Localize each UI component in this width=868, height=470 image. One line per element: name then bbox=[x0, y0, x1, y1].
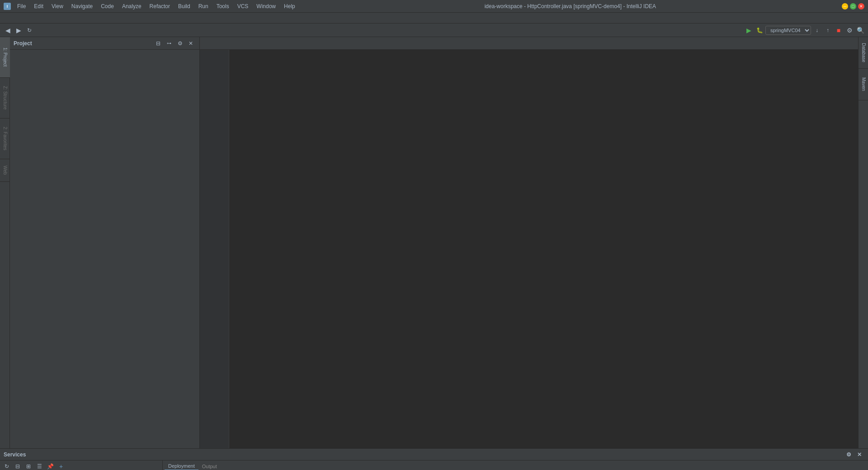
window-title: idea-workspace - HttpController.java [sp… bbox=[299, 3, 842, 9]
minimize-button[interactable]: ─ bbox=[842, 3, 848, 9]
project-panel-toolbar: ⊟ ⊶ ⚙ ✕ bbox=[153, 38, 196, 48]
output-tab[interactable]: Output bbox=[198, 463, 221, 470]
services-title: Services bbox=[4, 451, 844, 458]
menu-navigate[interactable]: Navigate bbox=[68, 2, 96, 10]
services-filter-btn[interactable]: ☰ bbox=[34, 461, 44, 470]
hide-panel-button[interactable]: ✕ bbox=[186, 38, 196, 48]
editor-tabs-bar bbox=[200, 37, 858, 50]
vcs-commit-button[interactable]: ↑ bbox=[823, 25, 833, 35]
window-controls: ─ □ ✕ bbox=[842, 3, 864, 9]
menu-refactor[interactable]: Refactor bbox=[146, 2, 174, 10]
right-sidebar: Database Maven bbox=[858, 37, 868, 448]
menu-edit[interactable]: Edit bbox=[30, 2, 47, 10]
close-button[interactable]: ✕ bbox=[858, 3, 864, 9]
forward-button[interactable]: ▶ bbox=[14, 25, 24, 35]
services-header-controls: ⚙ ✕ bbox=[844, 450, 864, 460]
menu-tools[interactable]: Tools bbox=[213, 2, 233, 10]
project-panel-title: Project bbox=[14, 40, 153, 47]
search-everywhere-button[interactable]: 🔍 bbox=[855, 25, 865, 35]
menu-analyze[interactable]: Analyze bbox=[118, 2, 145, 10]
maven-panel-tab[interactable]: Maven bbox=[859, 69, 868, 100]
services-sub-tabs: Deployment Output bbox=[163, 461, 868, 470]
deployment-tab[interactable]: Deployment bbox=[165, 462, 198, 470]
database-panel-tab[interactable]: Database bbox=[859, 37, 868, 69]
project-tree bbox=[10, 50, 199, 448]
menu-file[interactable]: File bbox=[14, 2, 29, 10]
services-settings-button[interactable]: ⚙ bbox=[844, 450, 854, 460]
menu-vcs[interactable]: VCS bbox=[234, 2, 252, 10]
stop-button[interactable]: ■ bbox=[834, 25, 844, 35]
settings-project-button[interactable]: ⚙ bbox=[175, 38, 185, 48]
code-editor bbox=[200, 50, 858, 448]
maximize-button[interactable]: □ bbox=[850, 3, 856, 9]
menu-bar: FileEditViewNavigateCodeAnalyzeRefactorB… bbox=[14, 2, 299, 10]
web-tab[interactable]: Web bbox=[0, 159, 10, 182]
scroll-from-source-button[interactable]: ⊶ bbox=[164, 38, 174, 48]
services-header: Services ⚙ ✕ bbox=[0, 449, 868, 461]
title-bar: I FileEditViewNavigateCodeAnalyzeRefacto… bbox=[0, 0, 868, 13]
services-body: ↻ ⊟ ⊞ ☰ 📌 + ▼ 🐱 Tomcat Server ▶ ● Runnin… bbox=[0, 461, 868, 470]
debug-button[interactable]: 🐛 bbox=[755, 25, 764, 35]
services-right: Deployment Output 19:04:10.420 [http-apr… bbox=[163, 461, 868, 470]
menu-window[interactable]: Window bbox=[253, 2, 279, 10]
gutter bbox=[220, 50, 229, 448]
side-tabs: 1: Project Z: Structure 2: Favorites Web bbox=[0, 37, 10, 448]
services-toolbar: ↻ ⊟ ⊞ ☰ 📌 + bbox=[0, 461, 162, 470]
menu-build[interactable]: Build bbox=[175, 2, 194, 10]
bottom-panel: Services ⚙ ✕ ↻ ⊟ ⊞ ☰ 📌 + ▼ 🐱 Tomcat Serv… bbox=[0, 448, 868, 470]
run-button[interactable]: ▶ bbox=[744, 25, 754, 35]
menu-help[interactable]: Help bbox=[280, 2, 299, 10]
code-content[interactable] bbox=[229, 50, 858, 448]
app-icon: I bbox=[4, 3, 11, 10]
back-button[interactable]: ◀ bbox=[3, 25, 13, 35]
vcs-update-button[interactable]: ↓ bbox=[812, 25, 822, 35]
collapse-all-button[interactable]: ⊟ bbox=[153, 38, 163, 48]
favorites-tab[interactable]: 2: Favorites bbox=[0, 119, 10, 159]
menu-view[interactable]: View bbox=[48, 2, 67, 10]
services-pin-btn[interactable]: 📌 bbox=[45, 461, 55, 470]
project-tab[interactable]: 1: Project bbox=[0, 37, 10, 78]
services-expand-btn[interactable]: ⊞ bbox=[24, 461, 33, 470]
structure-tab[interactable]: Z: Structure bbox=[0, 78, 10, 119]
menu-code[interactable]: Code bbox=[97, 2, 118, 10]
services-refresh-btn[interactable]: ↻ bbox=[2, 461, 12, 470]
breadcrumb bbox=[0, 13, 868, 24]
services-add-btn[interactable]: + bbox=[56, 461, 66, 470]
settings-button[interactable]: ⚙ bbox=[844, 25, 854, 35]
services-left: ↻ ⊟ ⊞ ☰ 📌 + ▼ 🐱 Tomcat Server ▶ ● Runnin… bbox=[0, 461, 163, 470]
project-panel: Project ⊟ ⊶ ⚙ ✕ bbox=[10, 37, 200, 448]
editor-area bbox=[200, 37, 858, 448]
project-panel-header: Project ⊟ ⊶ ⚙ ✕ bbox=[10, 37, 199, 50]
toolbar: ◀ ▶ ↻ ▶ 🐛 springMVC04 ↓ ↑ ■ ⚙ 🔍 bbox=[0, 24, 868, 37]
services-close-button[interactable]: ✕ bbox=[854, 450, 864, 460]
menu-run[interactable]: Run bbox=[195, 2, 212, 10]
branch-selector[interactable]: springMVC04 bbox=[765, 26, 811, 35]
services-collapse-btn[interactable]: ⊟ bbox=[13, 461, 23, 470]
refresh-button[interactable]: ↻ bbox=[24, 25, 34, 35]
main-area: 1: Project Z: Structure 2: Favorites Web… bbox=[0, 37, 868, 448]
line-numbers bbox=[200, 50, 220, 448]
